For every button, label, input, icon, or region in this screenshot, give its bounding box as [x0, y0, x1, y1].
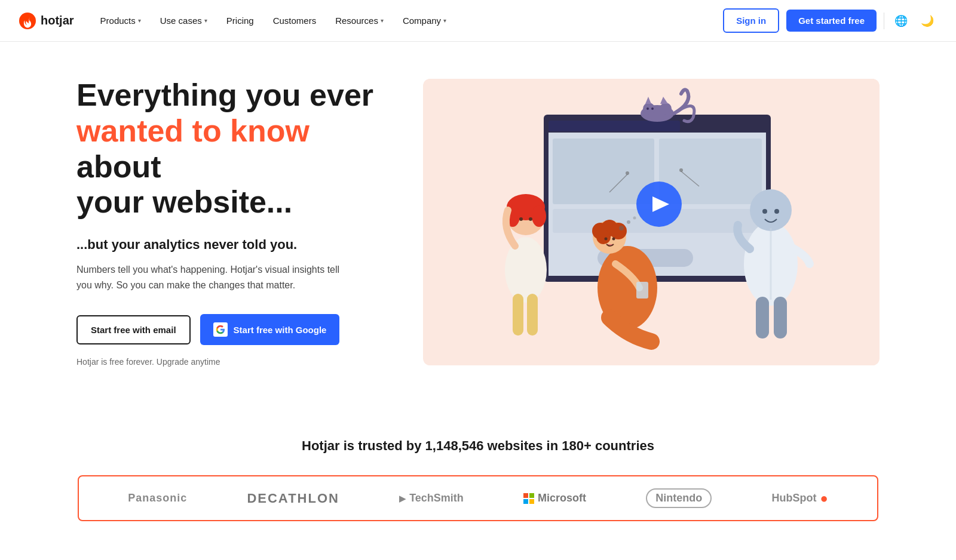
chevron-down-icon: ▾	[138, 17, 141, 24]
svg-point-22	[532, 205, 546, 227]
signin-button[interactable]: Sign in	[723, 8, 779, 33]
logo[interactable]: hotjar	[19, 13, 74, 29]
svg-point-11	[660, 103, 672, 115]
svg-point-31	[610, 223, 627, 239]
fine-print: Hotjar is free forever. Upgrade anytime	[76, 357, 399, 367]
getstarted-button[interactable]: Get started free	[786, 10, 877, 32]
svg-rect-8	[549, 121, 680, 131]
nintendo-logo: Nintendo	[646, 488, 712, 508]
svg-rect-45	[774, 297, 787, 339]
hero-subtitle: ...but your analytics never told you.	[76, 237, 399, 253]
hero-description: Numbers tell you what's happening. Hotja…	[76, 262, 351, 293]
nav-right: Sign in Get started free 🌐 🌙	[723, 8, 937, 33]
hero-illustration-container	[423, 79, 880, 365]
dark-mode-icon[interactable]: 🌙	[918, 11, 937, 30]
hubspot-logo: HubSpot ●	[772, 491, 828, 506]
trust-title: Hotjar is trusted by 1,148,546 websites …	[29, 438, 927, 454]
globe-icon[interactable]: 🌐	[891, 11, 911, 30]
svg-point-24	[529, 217, 532, 221]
svg-rect-44	[756, 297, 769, 339]
hero-cta-buttons: Start free with email Start free with Go…	[76, 314, 399, 345]
nav-item-customers[interactable]: Customers	[266, 11, 324, 30]
nav-item-resources[interactable]: Resources ▾	[328, 11, 391, 30]
hero-illustration-svg	[423, 79, 880, 365]
nav-item-usecases[interactable]: Use cases ▾	[153, 11, 215, 30]
hero-title: Everything you ever wanted to know about…	[76, 78, 399, 220]
svg-point-23	[519, 217, 523, 221]
svg-point-34	[612, 238, 615, 241]
svg-rect-25	[513, 294, 523, 336]
svg-point-33	[605, 238, 608, 241]
nav-divider	[884, 13, 884, 29]
svg-rect-26	[527, 294, 538, 336]
nav-left: hotjar Products ▾ Use cases ▾ Pricing Cu…	[19, 11, 454, 30]
svg-point-15	[651, 107, 654, 110]
company-logos-container: Panasonic DECATHLON ▶ TechSmith Microsof…	[78, 475, 878, 521]
hotjar-logo-icon	[19, 13, 36, 29]
chevron-down-icon: ▾	[443, 17, 446, 24]
hubspot-dot-icon: ●	[820, 491, 828, 506]
svg-point-48	[626, 171, 629, 175]
email-cta-button[interactable]: Start free with email	[76, 315, 191, 344]
nav-item-pricing[interactable]: Pricing	[219, 11, 261, 30]
svg-point-38	[633, 217, 636, 220]
svg-point-32	[596, 230, 611, 244]
panasonic-logo: Panasonic	[128, 492, 187, 504]
hero-section: Everything you ever wanted to know about…	[48, 42, 908, 402]
trust-section: Hotjar is trusted by 1,148,546 websites …	[0, 402, 956, 533]
logo-text: hotjar	[41, 14, 74, 27]
techsmith-logo: ▶ TechSmith	[399, 492, 464, 504]
navbar: hotjar Products ▾ Use cases ▾ Pricing Cu…	[0, 0, 956, 42]
google-g-icon	[216, 325, 225, 334]
nav-item-products[interactable]: Products ▾	[93, 11, 148, 30]
chevron-down-icon: ▾	[204, 17, 207, 24]
decathlon-logo: DECATHLON	[247, 491, 339, 506]
svg-point-40	[750, 189, 792, 231]
svg-rect-35	[636, 282, 648, 299]
svg-point-36	[619, 226, 624, 230]
svg-point-41	[762, 209, 767, 214]
microsoft-logo: Microsoft	[523, 492, 586, 504]
hero-content: Everything you ever wanted to know about…	[76, 78, 399, 367]
chevron-down-icon: ▾	[381, 17, 384, 24]
svg-point-49	[679, 168, 683, 172]
svg-point-42	[774, 209, 779, 214]
svg-point-18	[505, 237, 547, 303]
microsoft-grid-icon	[523, 493, 534, 504]
google-cta-button[interactable]: Start free with Google	[200, 314, 340, 345]
nav-links: Products ▾ Use cases ▾ Pricing Customers…	[93, 11, 454, 30]
svg-point-14	[646, 107, 649, 110]
google-icon	[213, 322, 228, 337]
techsmith-arrow-icon: ▶	[399, 494, 406, 503]
hero-image-area	[423, 79, 880, 365]
svg-point-37	[627, 220, 630, 224]
nav-item-company[interactable]: Company ▾	[396, 11, 454, 30]
